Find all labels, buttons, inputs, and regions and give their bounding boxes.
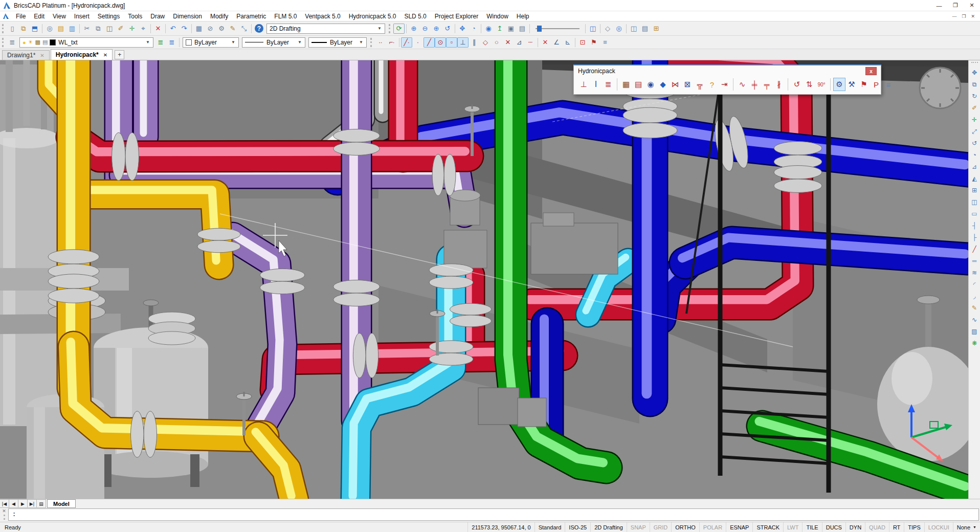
trim-icon[interactable]: ┤ (969, 219, 979, 231)
new-icon[interactable]: ▯ (7, 24, 18, 34)
edit-icon[interactable]: ✎ (227, 24, 238, 34)
visual-style-icon[interactable]: ◇ (602, 24, 613, 34)
hyd-coil-icon[interactable]: ∿ (736, 78, 748, 91)
linetype-combo[interactable]: ByLayer ▼ (242, 37, 305, 48)
status-toggle-ortho[interactable]: ORTHO (671, 522, 699, 532)
scale-icon[interactable]: ⤢ (969, 125, 979, 137)
hyd-pipe-settings-icon[interactable]: ≣ (602, 78, 614, 91)
workspace-combo[interactable]: 2D Drafting ▼ (266, 24, 385, 34)
status-toggle-grid[interactable]: GRID (650, 522, 672, 532)
hyd-valve-icon[interactable]: ◆ (657, 78, 669, 91)
tab-model[interactable]: Model (47, 499, 76, 508)
layer-state-icon[interactable]: ≣ (155, 37, 166, 48)
delete-icon[interactable]: ✕ (152, 24, 164, 34)
redo-icon[interactable]: ↷ (179, 24, 190, 34)
snap-none-icon[interactable]: ✕ (540, 37, 551, 48)
snap-track-icon[interactable]: ∙∙ (375, 37, 386, 48)
spline-icon[interactable]: ∿ (969, 314, 979, 325)
menu-ventpack-5-0[interactable]: Ventpack 5.0 (301, 12, 344, 21)
hyd-valve-set-icon[interactable]: ⊠ (681, 78, 694, 91)
prev-layout-button[interactable]: ◀ (9, 499, 18, 508)
print-preview-icon[interactable]: ◎ (44, 24, 55, 34)
status-annotation-scale[interactable]: None▼ (953, 522, 980, 532)
status-workspace-field[interactable]: 2D Drafting (590, 522, 627, 532)
command-panel-grip[interactable] (4, 515, 5, 520)
help-icon[interactable]: ? (255, 24, 263, 33)
mdi-close-button[interactable]: ✕ (971, 14, 975, 19)
menu-window[interactable]: Window (482, 12, 513, 21)
move-icon[interactable]: ✥ (969, 66, 979, 78)
tab-close-icon[interactable]: ✕ (40, 53, 44, 58)
menu-tools[interactable]: Tools (124, 12, 146, 21)
snap-parallel-icon[interactable]: ∥ (469, 37, 480, 48)
hyd-pid-icon[interactable]: P (870, 78, 882, 91)
menu-hydronicpack-5-0[interactable]: Hydronicpack 5.0 (345, 12, 400, 21)
status-toggle-polar[interactable]: POLAR (699, 522, 726, 532)
menu-flm-5-0[interactable]: FLM 5.0 (270, 12, 301, 21)
snap-quadrant-icon[interactable]: ◇ (480, 37, 491, 48)
chamfer-icon[interactable]: ◞ (969, 290, 979, 302)
status-toggle-esnap[interactable]: ESNAP (726, 522, 752, 532)
publish-icon[interactable]: ▥ (66, 24, 78, 34)
snap-markers-icon[interactable]: ⚑ (588, 37, 599, 48)
extend-icon[interactable]: ├ (969, 231, 979, 243)
snap-list-icon[interactable]: ≡ (599, 37, 611, 48)
node-icon[interactable]: ❋ (969, 337, 979, 349)
snap-center-icon[interactable]: ⊙ (435, 37, 446, 48)
next-layout-button[interactable]: ▶ (18, 499, 28, 508)
hyd-pipe-icon[interactable]: ⊥ (577, 78, 590, 91)
menu-edit[interactable]: Edit (30, 12, 49, 21)
rotate-2d-icon[interactable]: ↺ (969, 137, 979, 149)
color-combo[interactable]: ByLayer ▼ (183, 37, 239, 48)
mirror-3d-icon[interactable]: ◭ (969, 172, 979, 184)
drawing-explorer-icon[interactable]: ▦ (193, 24, 205, 34)
orbit-icon[interactable]: ◔ (468, 24, 479, 34)
layout-list-icon[interactable]: ▤ (36, 499, 46, 508)
hyd-radiator-icon[interactable]: ▤ (632, 78, 644, 91)
layer-combo[interactable]: ●☀▩▤ WL_txt ▼ (19, 37, 153, 48)
snap-tangent-icon[interactable]: ○ (491, 37, 502, 48)
tab-close-icon[interactable]: ✕ (103, 52, 107, 58)
zoom-previous-icon[interactable]: ↺ (442, 24, 453, 34)
close-icon[interactable]: ✕ (2, 508, 6, 514)
slider-handle[interactable] (537, 26, 542, 32)
mdi-minimize-button[interactable]: — (952, 14, 956, 19)
print-icon[interactable]: ▤ (55, 24, 66, 34)
open-icon[interactable]: ⧉ (18, 24, 29, 34)
lineweight-combo[interactable]: ByLayer ▼ (308, 37, 367, 48)
menu-parametric[interactable]: Parametric (232, 12, 270, 21)
copy-icon[interactable]: ⧉ (969, 78, 979, 90)
array-icon[interactable]: ⊞ (969, 184, 979, 196)
camera-icon[interactable]: ▣ (505, 24, 517, 34)
named-views-icon[interactable]: ◎ (613, 24, 625, 34)
offset-icon[interactable]: ≋ (969, 267, 979, 278)
hyd-repair-icon[interactable]: ⚒ (845, 78, 858, 91)
snap-endpoint-icon[interactable]: ╱∙ (401, 37, 412, 48)
status-toggle-strack[interactable]: STRACK (752, 522, 783, 532)
status-style-standard[interactable]: Standard (534, 522, 565, 532)
stretch-icon[interactable]: ▭ (969, 208, 979, 219)
menu-help[interactable]: Help (513, 12, 533, 21)
new-tab-button[interactable]: + (115, 50, 124, 59)
polar-guide-icon[interactable]: ⊾ (562, 37, 573, 48)
viewports-icon[interactable]: ◫ (628, 24, 639, 34)
status-coordinates[interactable]: 211573.23, 95067.14, 0 (467, 522, 534, 532)
tile-mode-icon[interactable]: ⊞ (651, 24, 662, 34)
hyd-slope-icon[interactable]: ∦ (773, 78, 785, 91)
match-icon[interactable]: ✛ (969, 114, 979, 125)
select-icon[interactable]: ⌖ (138, 24, 149, 34)
break-icon[interactable]: ╱ (969, 243, 979, 255)
cleanscreen-icon[interactable]: ◫ (587, 24, 598, 34)
look-icon[interactable]: ◉ (483, 24, 494, 34)
zoom-out-icon[interactable]: ⊖ (419, 24, 431, 34)
menu-draw[interactable]: Draw (146, 12, 169, 21)
hyd-rotate-icon[interactable]: ↺ (791, 78, 803, 91)
hyd-boiler-icon[interactable]: ▦ (620, 78, 632, 91)
status-toggle-quad[interactable]: QUAD (865, 522, 889, 532)
copy-icon[interactable]: ⧉ (93, 24, 104, 34)
cut-icon[interactable]: ✂ (81, 24, 93, 34)
status-toggle-dyn[interactable]: DYN (845, 522, 865, 532)
snap-insertion-icon[interactable]: ⊿ (514, 37, 525, 48)
regen-icon[interactable]: ⟳ (393, 24, 405, 34)
mirror-icon[interactable]: ⊿ (969, 161, 979, 172)
